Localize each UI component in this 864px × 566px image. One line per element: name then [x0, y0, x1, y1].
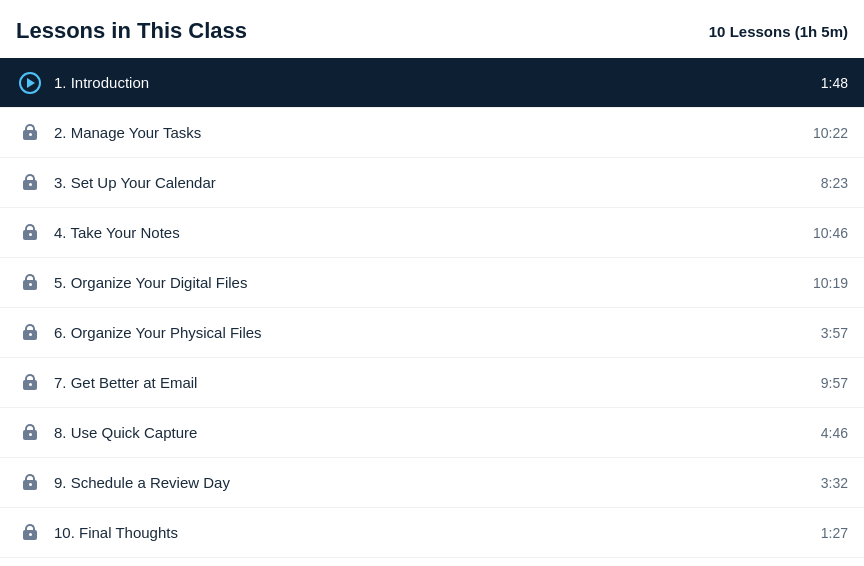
lesson-duration: 3:32: [821, 475, 848, 491]
lock-icon: [22, 274, 38, 292]
lesson-item[interactable]: 10. Final Thoughts1:27: [0, 508, 864, 558]
lock-icon: [22, 424, 38, 442]
lesson-duration: 10:46: [813, 225, 848, 241]
panel-title: Lessons in This Class: [16, 18, 247, 44]
lock-icon: [22, 174, 38, 192]
panel-header: Lessons in This Class 10 Lessons (1h 5m): [0, 0, 864, 58]
lesson-title: 2. Manage Your Tasks: [54, 124, 801, 141]
lock-icon: [22, 124, 38, 142]
lesson-item[interactable]: 7. Get Better at Email9:57: [0, 358, 864, 408]
lesson-title: 6. Organize Your Physical Files: [54, 324, 809, 341]
lesson-item[interactable]: 3. Set Up Your Calendar8:23: [0, 158, 864, 208]
lesson-title: 1. Introduction: [54, 74, 809, 91]
lesson-item[interactable]: 8. Use Quick Capture4:46: [0, 408, 864, 458]
lock-icon: [22, 324, 38, 342]
lesson-list: 1. Introduction1:482. Manage Your Tasks1…: [0, 58, 864, 558]
lesson-duration: 1:27: [821, 525, 848, 541]
lesson-title: 7. Get Better at Email: [54, 374, 809, 391]
lesson-title: 8. Use Quick Capture: [54, 424, 809, 441]
lesson-title: 9. Schedule a Review Day: [54, 474, 809, 491]
lesson-item[interactable]: 5. Organize Your Digital Files10:19: [0, 258, 864, 308]
lesson-item[interactable]: 9. Schedule a Review Day3:32: [0, 458, 864, 508]
lesson-title: 10. Final Thoughts: [54, 524, 809, 541]
lesson-duration: 10:19: [813, 275, 848, 291]
lesson-title: 4. Take Your Notes: [54, 224, 801, 241]
lesson-duration: 9:57: [821, 375, 848, 391]
lessons-meta: 10 Lessons (1h 5m): [709, 23, 848, 40]
play-icon: [19, 72, 41, 94]
lesson-title: 5. Organize Your Digital Files: [54, 274, 801, 291]
lesson-item[interactable]: 6. Organize Your Physical Files3:57: [0, 308, 864, 358]
lock-icon: [22, 474, 38, 492]
lesson-item[interactable]: 2. Manage Your Tasks10:22: [0, 108, 864, 158]
lesson-item[interactable]: 1. Introduction1:48: [0, 58, 864, 108]
lessons-panel: Lessons in This Class 10 Lessons (1h 5m)…: [0, 0, 864, 558]
lesson-item[interactable]: 4. Take Your Notes10:46: [0, 208, 864, 258]
lesson-title: 3. Set Up Your Calendar: [54, 174, 809, 191]
lesson-duration: 4:46: [821, 425, 848, 441]
lock-icon: [22, 524, 38, 542]
lesson-duration: 1:48: [821, 75, 848, 91]
lesson-duration: 10:22: [813, 125, 848, 141]
lesson-duration: 8:23: [821, 175, 848, 191]
lock-icon: [22, 374, 38, 392]
lesson-duration: 3:57: [821, 325, 848, 341]
lock-icon: [22, 224, 38, 242]
